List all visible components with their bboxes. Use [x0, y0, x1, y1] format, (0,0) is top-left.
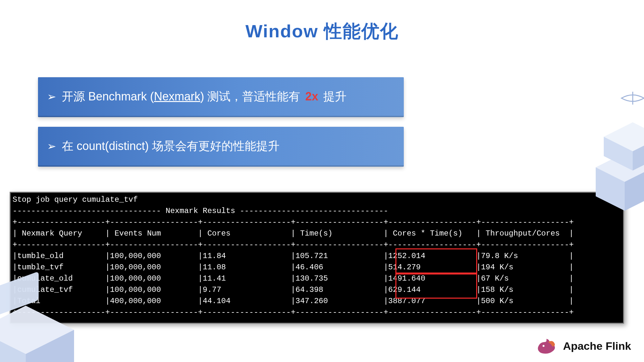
slide: Window 性能优化 ➢ 开源 Benchmark (Nexmark) 测试，…	[0, 0, 644, 362]
bullet1-suffix: 提升	[320, 90, 346, 103]
terminal-line: | Nexmark Query | Events Num | Cores | T…	[11, 228, 623, 239]
decorative-cube-icon	[557, 84, 644, 219]
bullet1-2x: 2x	[305, 90, 318, 103]
logo-text: Apache Flink	[563, 340, 631, 352]
bullet1-text: 开源 Benchmark (Nexmark) 测试，普适性能有 2x 提升	[62, 89, 346, 105]
apache-flink-logo: Apache Flink	[535, 336, 631, 356]
svg-point-10	[543, 345, 545, 347]
bullet2-text: 在 count(distinct) 场景会有更好的性能提升	[62, 138, 279, 154]
terminal-line: Stop job query cumulate_tvf	[11, 194, 623, 205]
terminal-line: -------------------------------- Nexmark…	[11, 205, 623, 217]
bullet1-prefix: 开源 Benchmark (	[62, 90, 154, 103]
slide-title: Window 性能优化	[0, 19, 644, 44]
bullet-countdistinct: ➢ 在 count(distinct) 场景会有更好的性能提升	[38, 127, 404, 167]
nexmark-link[interactable]: Nexmark	[154, 90, 200, 103]
bullet-arrow-icon: ➢	[47, 140, 56, 153]
bullet-benchmark: ➢ 开源 Benchmark (Nexmark) 测试，普适性能有 2x 提升	[38, 77, 404, 117]
terminal-line: +-------------------+-------------------…	[11, 217, 623, 228]
squirrel-icon	[535, 336, 557, 356]
bullet1-mid: ) 测试，普适性能有	[200, 90, 303, 103]
bullet-arrow-icon: ➢	[47, 90, 56, 103]
decorative-cube-icon	[0, 246, 103, 362]
